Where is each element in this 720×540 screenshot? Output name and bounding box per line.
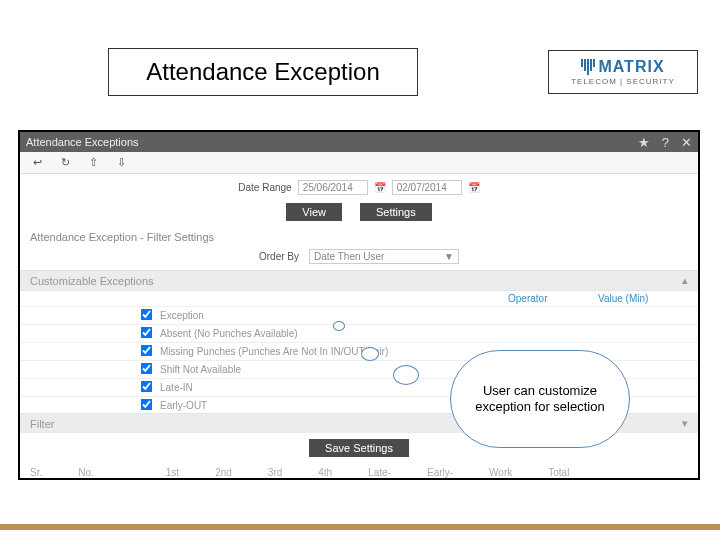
result-col: 2nd (215, 467, 232, 478)
exception-row: Absent (No Punches Available) (20, 324, 698, 342)
refresh-icon[interactable]: ↻ (58, 156, 72, 170)
callout-annotation: User can customize exception for selecti… (450, 350, 630, 448)
slide-title: Attendance Exception (108, 48, 418, 96)
exceptions-header: Operator Value (Min) (20, 291, 698, 306)
result-column-headers: Sr.No.1st2nd3rd4thLate-Early-WorkTotal (20, 463, 698, 478)
brand-logo: MATRIX TELECOM | SECURITY (548, 50, 698, 94)
logo-name: MATRIX (598, 58, 664, 76)
chevron-down-icon: ▾ (682, 417, 688, 430)
view-button[interactable]: View (286, 203, 342, 221)
settings-button[interactable]: Settings (360, 203, 432, 221)
col-operator: Operator (508, 293, 598, 304)
logo-bars-icon (581, 59, 595, 75)
order-by-select[interactable]: Date Then User ▼ (309, 249, 459, 264)
result-col: Late- (368, 467, 391, 478)
calendar-icon[interactable]: 📅 (374, 182, 386, 193)
filter-settings-label: Attendance Exception - Filter Settings (20, 227, 698, 249)
upload-icon[interactable]: ⇧ (86, 156, 100, 170)
date-from-input[interactable]: 25/06/2014 (298, 180, 368, 195)
cloud-bubble-icon (361, 347, 379, 361)
result-col: Work (489, 467, 512, 478)
result-col: Sr. (30, 467, 42, 478)
toolbar: ↩ ↻ ⇧ ⇩ (20, 152, 698, 174)
window-titlebar: Attendance Exceptions ★ ? ✕ (20, 132, 698, 152)
customizable-exceptions-bar[interactable]: Customizable Exceptions ▴ (20, 270, 698, 291)
order-by-value: Date Then User (314, 251, 384, 262)
download-icon[interactable]: ⇩ (114, 156, 128, 170)
result-col: Total (548, 467, 569, 478)
order-by-row: Order By Date Then User ▼ (20, 249, 698, 264)
decorative-stripe (0, 524, 720, 530)
date-to-input[interactable]: 02/07/2014 (392, 180, 462, 195)
exception-checkbox[interactable] (141, 381, 153, 393)
calendar-icon[interactable]: 📅 (468, 182, 480, 193)
exception-checkbox[interactable] (141, 309, 153, 321)
exception-row: Exception (20, 306, 698, 324)
result-col: No. (78, 467, 94, 478)
exception-checkbox[interactable] (141, 399, 153, 411)
star-icon[interactable]: ★ (638, 135, 650, 150)
save-settings-button[interactable]: Save Settings (309, 439, 409, 457)
callout-text: User can customize exception for selecti… (465, 383, 615, 414)
date-range-label: Date Range (238, 182, 291, 193)
logo-subtitle: TELECOM | SECURITY (571, 77, 675, 86)
date-range-row: Date Range 25/06/2014 📅 02/07/2014 📅 (20, 174, 698, 201)
col-value: Value (Min) (598, 293, 688, 304)
exception-checkbox[interactable] (141, 345, 153, 357)
result-col: 4th (318, 467, 332, 478)
back-icon[interactable]: ↩ (30, 156, 44, 170)
close-icon[interactable]: ✕ (681, 135, 692, 150)
result-col: 1st (166, 467, 179, 478)
window-title: Attendance Exceptions (26, 136, 139, 148)
exception-label: Absent (No Punches Available) (160, 328, 688, 339)
order-by-label: Order By (259, 251, 299, 262)
chevron-down-icon: ▼ (444, 251, 454, 262)
exception-checkbox[interactable] (141, 363, 153, 375)
exception-checkbox[interactable] (141, 327, 153, 339)
result-col: Early- (427, 467, 453, 478)
exception-label: Exception (160, 310, 688, 321)
cloud-bubble-icon (333, 321, 345, 331)
cloud-bubble-icon (393, 365, 419, 385)
chevron-up-icon: ▴ (682, 274, 688, 287)
result-col: 3rd (268, 467, 282, 478)
help-icon[interactable]: ? (662, 135, 669, 150)
